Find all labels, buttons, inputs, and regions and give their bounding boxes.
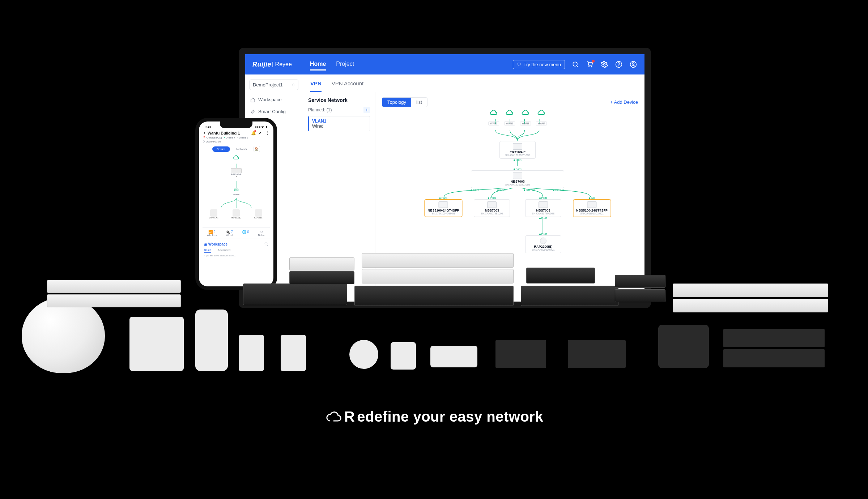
topology-node-switch[interactable]: NBS7003 SN:A6K1Z20020109E xyxy=(471,170,564,188)
search-icon[interactable] xyxy=(264,242,268,246)
cloud-icon xyxy=(521,110,530,116)
phone-tab-advanced[interactable]: Advanced xyxy=(218,248,231,253)
view-topology-button[interactable]: Topology xyxy=(382,98,411,107)
svg-line-1 xyxy=(576,65,578,67)
topology-node-leaf[interactable]: NBS5100-24GT4SFP SN:CAN3007D3M01 xyxy=(424,199,462,217)
port-label: Gi0/1 xyxy=(499,159,536,161)
product-gateway xyxy=(723,349,825,367)
product-router xyxy=(568,340,626,368)
bell-icon[interactable]: 🔔 xyxy=(251,131,255,135)
phone-tab-basic[interactable]: Basic xyxy=(204,248,211,253)
vlan-card[interactable]: VLAN1 Wired xyxy=(308,116,370,131)
view-list-button[interactable]: list xyxy=(411,98,427,107)
product-switch xyxy=(354,286,514,306)
phone-stat[interactable]: 📶 2Wireless xyxy=(207,230,217,236)
product-switch xyxy=(47,280,181,293)
chevron-updown-icon xyxy=(292,83,295,87)
share-icon[interactable]: ↗ xyxy=(258,131,263,135)
port-label: Port1 xyxy=(471,168,564,170)
planned-label: Planned: (1) xyxy=(308,107,332,112)
phone-topology: EG210G-P ⬇ Switch EAP101-V1 RAP2200(E) R… xyxy=(203,155,270,227)
wan-label: WAN3 xyxy=(520,121,531,125)
product-wall-ap xyxy=(239,335,264,371)
svg-line-12 xyxy=(267,245,268,246)
back-icon[interactable] xyxy=(203,131,206,135)
product-router xyxy=(495,340,546,368)
product-gateway xyxy=(723,329,825,347)
search-icon[interactable] xyxy=(571,60,579,68)
product-switch xyxy=(526,268,595,283)
wan-label: WAN1 xyxy=(488,121,499,125)
svg-point-6 xyxy=(619,66,619,66)
nav-home[interactable]: Home xyxy=(310,59,326,71)
product-router xyxy=(430,346,477,367)
wand-icon xyxy=(250,109,255,114)
phone-home-icon[interactable]: 🏠 xyxy=(254,146,260,152)
product-switch xyxy=(615,289,665,302)
notification-dot xyxy=(592,60,595,63)
svg-point-4 xyxy=(604,64,605,65)
phone-stat[interactable]: 🔌 7Wired xyxy=(226,230,233,236)
svg-point-11 xyxy=(265,243,267,245)
wan-label: WAN2 xyxy=(504,121,515,125)
service-network-title: Service Network xyxy=(308,97,370,103)
product-switch xyxy=(47,294,181,307)
main-tabs: VPN VPN Account xyxy=(303,74,644,92)
brand-sub: | Reyee xyxy=(272,61,292,68)
product-switch xyxy=(673,283,828,297)
view-toggle: Topology list xyxy=(382,97,427,107)
more-icon[interactable]: ⋮ xyxy=(265,131,270,135)
cloud-icon xyxy=(505,110,514,116)
svg-point-3 xyxy=(591,67,592,67)
product-switch xyxy=(362,269,514,283)
sidebar-item-smart-config[interactable]: Smart Config xyxy=(245,106,303,118)
topology-node-ap[interactable]: RAP2200(E) SN:CAN800030M01 xyxy=(525,235,561,253)
product-ap xyxy=(195,310,228,371)
product-ap xyxy=(129,317,184,371)
product-router xyxy=(391,342,416,370)
tab-vpn-account[interactable]: VPN Account xyxy=(332,74,363,92)
topology-node-leaf[interactable]: NBS7003 SN:CAN86729100E xyxy=(525,199,561,217)
phone-stat-detect[interactable]: ⟳Detect xyxy=(258,230,265,236)
top-bar: Ruijie | Reyee Home Project Try the new … xyxy=(245,54,644,74)
phone-title: Wanfu Building 1 xyxy=(208,131,240,135)
mobile-app-screen: 9:41 ●●● ᯤ ▮ Wanfu Building 1 🔔 ↗ ⋮ 📍 Of… xyxy=(195,118,277,290)
brand-logo: Ruijie xyxy=(252,61,271,68)
tagline: Redefine your easy network xyxy=(325,409,543,425)
phone-seg-network[interactable]: Network xyxy=(232,146,251,152)
add-network-button[interactable]: + xyxy=(363,107,370,113)
svg-point-2 xyxy=(589,67,590,67)
tab-vpn[interactable]: VPN xyxy=(310,74,322,92)
product-mesh xyxy=(658,325,709,368)
product-switch xyxy=(615,275,665,288)
phone-time: 9:41 xyxy=(205,125,211,129)
top-nav: Home Project xyxy=(310,59,354,71)
svg-point-8 xyxy=(633,63,634,64)
product-switch xyxy=(673,299,828,312)
product-switch xyxy=(289,271,354,284)
sidebar-item-workspace[interactable]: Workspace xyxy=(245,94,303,106)
topology-node-gateway[interactable]: EG310G-E SN:A6K1Z20020109E xyxy=(499,141,536,159)
gear-icon[interactable] xyxy=(600,60,608,68)
cloud-icon xyxy=(489,110,498,116)
nav-project[interactable]: Project xyxy=(336,59,354,71)
heart-icon xyxy=(517,62,521,67)
phone-stat[interactable]: 🌐 0 xyxy=(242,230,249,236)
product-outdoor-ap xyxy=(22,297,105,373)
cloud-icon xyxy=(537,110,546,116)
product-switch xyxy=(289,257,354,270)
cart-icon[interactable] xyxy=(586,60,594,68)
user-icon[interactable] xyxy=(629,60,637,68)
project-selector[interactable]: DemoProject1 xyxy=(250,80,298,90)
help-icon[interactable] xyxy=(615,60,623,68)
home-icon xyxy=(250,97,255,102)
product-switch xyxy=(243,283,347,305)
product-switch xyxy=(362,253,514,268)
topology-node-leaf[interactable]: NBS5100-24GT4SFP SN:CAN3007D3M01 xyxy=(573,199,611,217)
product-wall-ap xyxy=(281,335,306,371)
phone-status-icons: ●●● ᯤ ▮ xyxy=(255,125,268,129)
try-new-menu-button[interactable]: Try the new menu xyxy=(513,60,565,69)
add-device-button[interactable]: + Add Device xyxy=(610,99,638,105)
phone-seg-device[interactable]: Device xyxy=(212,146,230,152)
topology-node-leaf[interactable]: NBS7003 SN:CAN86729100E xyxy=(474,199,510,217)
